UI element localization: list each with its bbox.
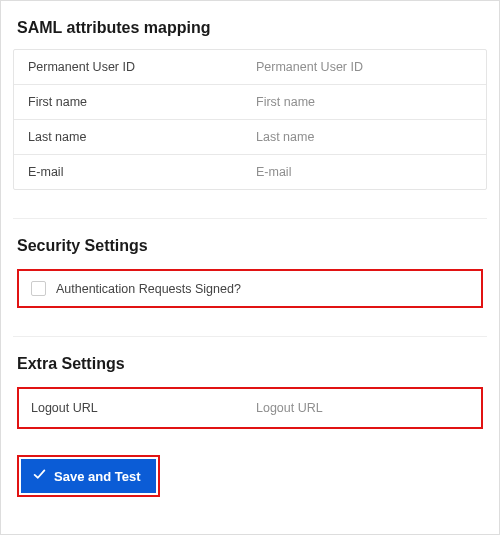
- save-button-label: Save and Test: [54, 469, 140, 484]
- save-highlight: Save and Test: [17, 455, 160, 497]
- save-and-test-button[interactable]: Save and Test: [21, 459, 156, 493]
- table-row: Last name: [14, 119, 486, 154]
- extra-highlight: Logout URL: [17, 387, 483, 429]
- table-row: E-mail: [14, 154, 486, 189]
- logout-url-label: Logout URL: [31, 401, 244, 415]
- auth-requests-signed-checkbox[interactable]: [31, 281, 46, 296]
- logout-url-input[interactable]: [256, 401, 469, 415]
- last-name-input[interactable]: [256, 130, 472, 144]
- security-heading: Security Settings: [17, 237, 483, 255]
- logout-url-row: Logout URL: [19, 389, 481, 427]
- saml-heading: SAML attributes mapping: [17, 19, 483, 37]
- permanent-user-id-input[interactable]: [256, 60, 472, 74]
- field-label-first-name: First name: [28, 95, 244, 109]
- field-label-last-name: Last name: [28, 130, 244, 144]
- divider: [13, 336, 487, 337]
- divider: [13, 218, 487, 219]
- check-icon: [33, 468, 46, 484]
- extra-heading: Extra Settings: [17, 355, 483, 373]
- field-label-email: E-mail: [28, 165, 244, 179]
- table-row: First name: [14, 84, 486, 119]
- security-highlight: Authentication Requests Signed?: [17, 269, 483, 308]
- settings-page: SAML attributes mapping Permanent User I…: [1, 1, 499, 509]
- table-row: Permanent User ID: [14, 50, 486, 84]
- saml-attributes-table: Permanent User ID First name Last name E…: [13, 49, 487, 190]
- first-name-input[interactable]: [256, 95, 472, 109]
- auth-requests-signed-label: Authentication Requests Signed?: [56, 282, 241, 296]
- email-input[interactable]: [256, 165, 472, 179]
- field-label-permanent-user-id: Permanent User ID: [28, 60, 244, 74]
